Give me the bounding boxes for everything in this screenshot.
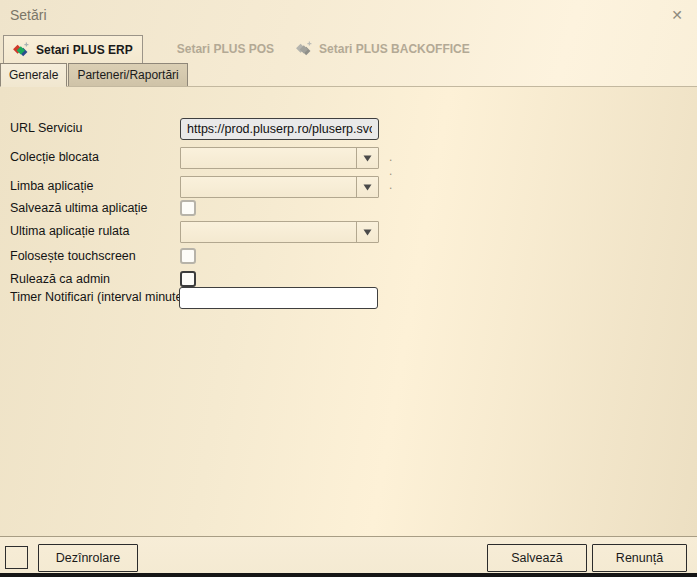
timer-notificari-label: Timer Notificari (interval minute) — [10, 290, 187, 304]
footer-bar: Dezînrolare Salvează Renunță — [0, 536, 697, 574]
colectie-blocata-combobox[interactable] — [180, 147, 379, 169]
tab-label: Generale — [9, 68, 58, 82]
bottom-dark-strip — [0, 573, 697, 577]
chevron-down-icon[interactable] — [356, 177, 378, 197]
plus-erp-logo-gray-icon — [296, 41, 313, 57]
salveaza-button[interactable]: Salvează — [487, 544, 587, 572]
tab-label: Setari PLUS ERP — [36, 43, 133, 57]
timer-notificari-input[interactable] — [179, 287, 378, 309]
tab-parteneri-raportari[interactable]: Parteneri/Raportări — [68, 63, 187, 87]
ruleaza-ca-admin-checkbox[interactable] — [180, 271, 196, 287]
combobox-value — [181, 222, 356, 242]
combobox-value — [181, 177, 356, 197]
limba-aplicatie-label: Limba aplicație — [10, 179, 93, 193]
ruleaza-ca-admin-label: Rulează ca admin — [10, 272, 110, 286]
tab-label: Setari PLUS POS — [177, 42, 274, 56]
tab-label: Parteneri/Raportări — [77, 68, 178, 82]
main-tab-strip: Setari PLUS ERP Setari PLUS POS Setari P… — [0, 35, 697, 63]
browse-ellipsis-button[interactable]: . . . — [389, 150, 394, 192]
foloseste-touchscreen-checkbox[interactable] — [180, 248, 196, 264]
chevron-down-icon[interactable] — [356, 148, 378, 168]
tab-setari-plus-pos[interactable]: Setari PLUS POS — [167, 35, 284, 63]
salveaza-ultima-checkbox[interactable] — [180, 200, 196, 216]
title-bar: Setări ✕ — [0, 0, 697, 34]
colectie-blocata-label: Colecție blocata — [10, 150, 99, 164]
url-serviciu-input[interactable] — [180, 118, 379, 140]
combobox-value — [181, 148, 356, 168]
tab-setari-plus-backoffice[interactable]: Setari PLUS BACKOFFICE — [286, 35, 480, 63]
tab-setari-plus-erp[interactable]: Setari PLUS ERP — [3, 35, 143, 63]
foloseste-touchscreen-label: Folosește touchscreen — [10, 249, 136, 263]
sub-tab-strip: Generale Parteneri/Raportări — [0, 63, 697, 87]
salveaza-ultima-label: Salvează ultima aplicație — [10, 201, 148, 215]
plus-erp-logo-icon — [13, 42, 30, 58]
generale-tab-panel: URL Serviciu Colecție blocata . . . Limb… — [0, 87, 697, 536]
tab-label: Setari PLUS BACKOFFICE — [319, 42, 470, 56]
dialog-title: Setări — [10, 7, 47, 23]
url-serviciu-label: URL Serviciu — [10, 121, 82, 135]
chevron-down-icon[interactable] — [356, 222, 378, 242]
tab-generale[interactable]: Generale — [0, 63, 67, 87]
dezinrolare-button[interactable]: Dezînrolare — [38, 544, 138, 572]
close-icon[interactable]: ✕ — [668, 6, 686, 24]
renunta-button[interactable]: Renunță — [592, 544, 687, 572]
limba-aplicatie-combobox[interactable] — [180, 176, 379, 198]
ultima-aplicatie-combobox[interactable] — [180, 221, 379, 243]
footer-square-checkbox[interactable] — [5, 546, 28, 569]
ultima-aplicatie-label: Ultima aplicație rulata — [10, 224, 130, 238]
settings-dialog: Setări ✕ Setari PLUS ERP Setari PLUS POS — [0, 0, 697, 577]
